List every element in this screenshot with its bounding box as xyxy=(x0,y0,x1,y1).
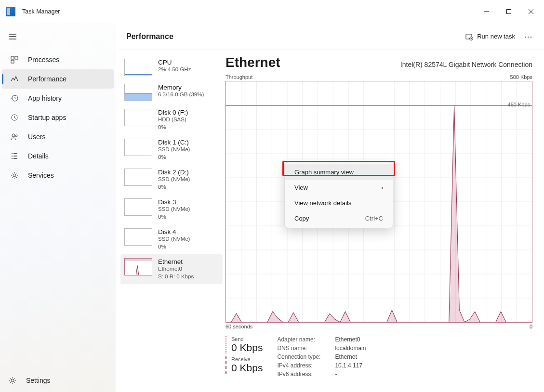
nav-processes[interactable]: Processes xyxy=(2,50,114,69)
hamburger-button[interactable] xyxy=(0,27,116,46)
nav-services[interactable]: Services xyxy=(2,166,114,185)
disk-thumb xyxy=(124,109,152,126)
minimize-button[interactable] xyxy=(476,4,498,19)
settings-label: Settings xyxy=(26,377,51,384)
svg-point-9 xyxy=(11,379,14,382)
detail-title: Ethernet xyxy=(226,55,280,70)
nav-startup[interactable]: Startup apps xyxy=(2,108,114,127)
disk-thumb xyxy=(124,228,152,246)
chart-ymax-label: 500 Kbps xyxy=(510,74,532,80)
recv-label: Receive xyxy=(231,356,263,362)
run-task-label: Run new task xyxy=(477,33,515,40)
nav-settings[interactable]: Settings xyxy=(0,369,116,392)
memory-thumb xyxy=(124,84,152,101)
svg-rect-2 xyxy=(15,56,18,59)
maximize-button[interactable] xyxy=(498,4,520,19)
svg-rect-0 xyxy=(507,10,511,14)
nav-label: Performance xyxy=(28,75,66,83)
mini-ethernet[interactable]: EthernetEthernet0S: 0 R: 0 Kbps xyxy=(120,254,223,284)
chart-title-label: Throughput xyxy=(226,74,252,80)
nav-rail: Processes Performance App history Startu… xyxy=(0,23,116,392)
nav-users[interactable]: Users xyxy=(2,127,114,146)
send-label: Send xyxy=(231,336,263,342)
chart-yline-label: 450 Kbps xyxy=(508,102,530,107)
mini-disk3[interactable]: Disk 3SSD (NVMe)0% xyxy=(120,195,223,224)
gear-icon xyxy=(9,377,16,384)
svg-point-8 xyxy=(13,174,16,177)
svg-point-6 xyxy=(12,134,15,137)
window-title: Task Manager xyxy=(22,8,60,15)
ethernet-thumb xyxy=(124,258,152,275)
details-icon xyxy=(11,152,18,160)
nav-details[interactable]: Details xyxy=(2,146,114,166)
disk-thumb xyxy=(124,169,152,186)
performance-icon xyxy=(11,75,18,83)
svg-point-7 xyxy=(15,135,17,137)
close-button[interactable] xyxy=(520,4,542,19)
page-header: Performance Run new task ⋯ xyxy=(118,23,544,50)
processes-icon xyxy=(11,56,18,64)
nav-app-history[interactable]: App history xyxy=(2,89,114,108)
send-value: 0 Kbps xyxy=(231,342,263,353)
history-icon xyxy=(11,94,18,102)
users-icon xyxy=(11,133,18,141)
more-button[interactable]: ⋯ xyxy=(522,31,535,42)
mini-cpu[interactable]: CPU2% 4.50 GHz xyxy=(120,55,223,80)
nav-label: Processes xyxy=(28,56,59,64)
app-icon xyxy=(6,7,15,16)
ctx-copy-accel: Ctrl+C xyxy=(365,215,383,222)
mini-list: CPU2% 4.50 GHz Memory6.3/16.0 GB (39%) D… xyxy=(118,50,223,392)
run-task-icon xyxy=(465,33,473,40)
svg-rect-3 xyxy=(11,60,14,63)
ctx-copy[interactable]: CopyCtrl+C xyxy=(285,210,393,226)
services-icon xyxy=(11,171,18,179)
nav-performance[interactable]: Performance xyxy=(2,69,114,89)
svg-rect-1 xyxy=(11,56,14,59)
context-menu: Graph summary view View› View network de… xyxy=(284,162,393,228)
run-new-task-button[interactable]: Run new task xyxy=(465,33,515,40)
connection-details: Adapter name:Ethernet0 DNS name:localdom… xyxy=(277,336,366,378)
ctx-graph-summary[interactable]: Graph summary view xyxy=(285,164,393,180)
mini-memory[interactable]: Memory6.3/16.0 GB (39%) xyxy=(120,80,223,105)
nav-label: Users xyxy=(28,133,46,141)
cpu-thumb xyxy=(124,59,152,76)
ctx-network-details[interactable]: View network details xyxy=(285,195,393,210)
nav-label: Services xyxy=(28,171,54,179)
titlebar: Task Manager xyxy=(0,0,544,23)
chart-xmax: 0 xyxy=(530,324,532,329)
page-title: Performance xyxy=(126,32,173,41)
mini-disk0[interactable]: Disk 0 (F:)HDD (SAS)0% xyxy=(120,105,223,135)
startup-icon xyxy=(11,114,18,121)
nav-label: App history xyxy=(28,94,62,102)
adapter-name: Intel(R) 82574L Gigabit Network Connecti… xyxy=(400,61,532,68)
nav-label: Startup apps xyxy=(28,114,66,121)
mini-disk1[interactable]: Disk 1 (C:)SSD (NVMe)0% xyxy=(120,135,223,165)
mini-disk2[interactable]: Disk 2 (D:)SSD (NVMe)0% xyxy=(120,165,223,195)
nav-label: Details xyxy=(28,152,49,160)
chart-xmin: 60 seconds xyxy=(226,324,252,329)
menu-icon xyxy=(9,34,16,39)
disk-thumb xyxy=(124,139,152,156)
ctx-view[interactable]: View› xyxy=(285,180,393,195)
recv-value: 0 Kbps xyxy=(231,362,263,374)
chevron-right-icon: › xyxy=(381,184,383,191)
disk-thumb xyxy=(124,198,152,216)
mini-disk4[interactable]: Disk 4SSD (NVMe)0% xyxy=(120,224,223,254)
